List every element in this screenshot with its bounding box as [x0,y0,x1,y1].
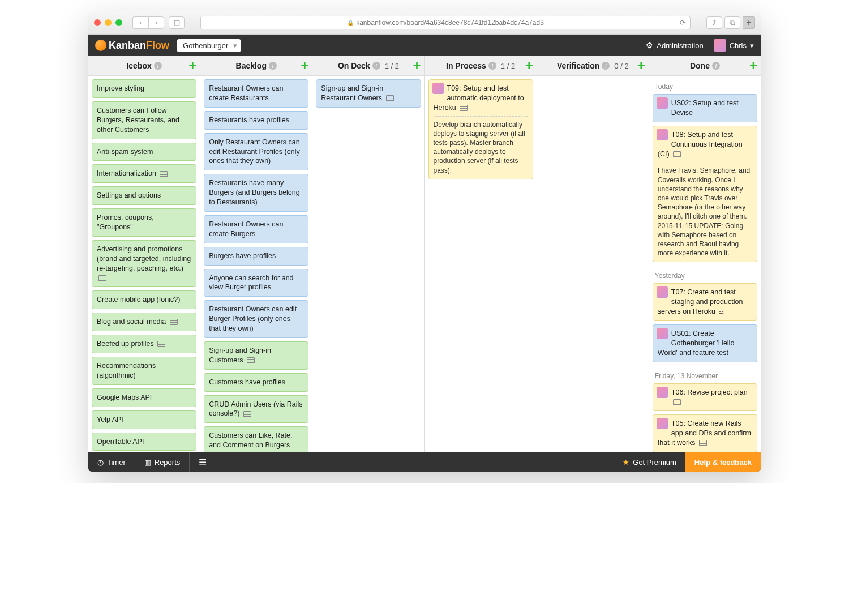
card[interactable]: Customers have profiles [204,373,308,392]
logo[interactable]: KanbanFlow [95,40,169,52]
card-title: Create mobile app (Ionic?) [97,296,180,303]
note-icon [160,171,168,177]
card[interactable]: Only Restaurant Owners can edit Restaura… [204,133,308,171]
info-icon[interactable]: i [602,62,610,70]
window-close-icon[interactable] [94,19,101,26]
day-label: Friday, 13 November [655,372,757,380]
column-title: Backlog [236,61,267,70]
card-title: Beefed up profiles [97,340,154,348]
card[interactable]: T08: Setup and test Continuous Integrati… [653,126,757,263]
add-card-button[interactable]: + [413,59,421,72]
column-inprocess: In Process i 1 / 2 + T09: Setup and test… [425,56,537,452]
bottom-bar: ◷ Timer ▥ Reports ☰ ★ Get Premium Help &… [88,452,761,472]
card[interactable]: CRUD Admin Users (via Rails console?) [204,395,308,424]
card[interactable]: Restaurant Owners can edit Burger Profil… [204,300,308,338]
column-title: Verification [557,61,599,70]
forward-button[interactable]: › [148,16,164,29]
card[interactable]: Sign-up and Sign-in Customers [204,341,308,370]
card[interactable]: T06: Revise project plan [653,383,757,412]
column-title: In Process [446,61,486,70]
add-card-button[interactable]: + [637,59,645,72]
add-card-button[interactable]: + [749,59,757,72]
card-title: Customers have profiles [209,378,285,386]
card[interactable]: Beefed up profiles [92,335,196,353]
card[interactable]: Sign-up and Sign-in Restaurant Owners [316,79,421,108]
wip-limit: 1 / 2 [385,62,399,70]
get-premium-link[interactable]: ★ Get Premium [614,458,685,467]
add-card-button[interactable]: + [525,59,533,72]
card-title: US01: Create Gothenburger 'Hello World' … [658,330,734,357]
card[interactable]: Customers can Like, Rate, and Comment on… [204,426,308,452]
card[interactable]: Anti-spam system [92,143,196,161]
add-card-button[interactable]: + [301,59,308,72]
board-selector[interactable]: Gothenburger [177,39,241,52]
kanban-board: Icebox i + Improve stylingCustomers can … [88,56,761,452]
info-icon[interactable]: i [269,62,277,70]
card[interactable]: Recommendations (algorithmic) [92,357,196,385]
info-icon[interactable]: i [488,62,496,70]
avatar [657,97,668,109]
card[interactable]: Promos, coupons, "Groupons" [92,208,196,237]
info-icon[interactable]: i [712,62,720,70]
card-title: Sign-up and Sign-in Customers [209,346,271,364]
url-bar[interactable]: 🔒 kanbanflow.com/board/4a634c8ee78c741fd… [200,16,691,29]
card[interactable]: T05: Create new Rails app and DBs and co… [653,414,757,452]
card[interactable]: Internationalization [92,164,196,183]
card-title: Settings and options [97,191,161,199]
card[interactable]: US02: Setup and test Devise [653,94,757,122]
column-ondeck: On Deck i 1 / 2 + Sign-up and Sign-in Re… [312,56,424,452]
card[interactable]: Restaurant Owners can create Burgers [204,215,308,243]
card-title: Anti-spam system [97,148,153,156]
column-title: Icebox [126,61,151,70]
card-title: Yelp API [97,416,123,424]
new-tab-button[interactable]: + [743,16,755,29]
reports-button[interactable]: ▥ Reports [135,452,190,472]
card[interactable]: Burgers have profiles [204,247,308,266]
card-title: T07: Create and test staging and product… [658,288,743,315]
share-button[interactable]: ⤴ [706,16,722,29]
info-icon[interactable]: i [372,62,380,70]
chevron-down-icon: ▾ [750,41,754,50]
avatar [432,83,444,94]
card[interactable]: Restaurants have profiles [204,111,308,130]
avatar [657,129,668,140]
lock-icon: 🔒 [347,20,354,26]
add-card-button[interactable]: + [188,59,196,72]
reload-icon[interactable]: ⟳ [680,19,685,27]
card[interactable]: Anyone can search for and view Burger pr… [204,269,308,297]
card-title: US02: Setup and test Devise [671,99,739,117]
card[interactable]: OpenTable API [92,433,196,451]
card[interactable]: Improve styling [92,79,196,98]
browser-chrome: ‹ › ◫ 🔒 kanbanflow.com/board/4a634c8ee78… [88,11,761,35]
card[interactable]: T09: Setup and test automatic deployment… [428,79,533,179]
card[interactable]: Restaurants have many Burgers (and Burge… [204,174,308,212]
sidebar-button[interactable]: ◫ [169,16,185,29]
card-title: OpenTable API [97,438,144,446]
card[interactable]: Restaurant Owners can create Restaurants [204,79,308,108]
avatar [657,387,668,398]
note-icon [247,357,255,363]
window-minimize-icon[interactable] [105,19,112,26]
card-title: Customers can Follow Burgers, Restaurant… [97,106,179,134]
card[interactable]: Create mobile app (Ionic?) [92,290,196,309]
card[interactable]: Google Maps API [92,388,196,407]
card[interactable]: Yelp API [92,410,196,429]
info-icon[interactable]: i [154,62,162,70]
menu-button[interactable]: ☰ [190,452,216,472]
card[interactable]: Customers can Follow Burgers, Restaurant… [92,101,196,139]
app-topbar: KanbanFlow Gothenburger ⚙ Administration… [88,35,761,56]
administration-link[interactable]: ⚙ Administration [646,41,703,50]
timer-button[interactable]: ◷ Timer [88,452,135,472]
card[interactable]: Settings and options [92,186,196,205]
card-description: Develop branch automatically deploys to … [434,116,528,175]
card-title: T06: Revise project plan [671,388,748,396]
back-button[interactable]: ‹ [132,16,148,29]
user-menu[interactable]: Chris ▾ [714,39,754,52]
card[interactable]: T07: Create and test staging and product… [653,283,757,321]
window-zoom-icon[interactable] [115,19,122,26]
card[interactable]: Advertising and promotions (brand and ta… [92,240,196,288]
card[interactable]: Blog and social media [92,313,196,331]
help-feedback-button[interactable]: Help & feedback [685,452,761,472]
card[interactable]: US01: Create Gothenburger 'Hello World' … [653,324,757,362]
tabs-button[interactable]: ⧉ [724,16,740,29]
